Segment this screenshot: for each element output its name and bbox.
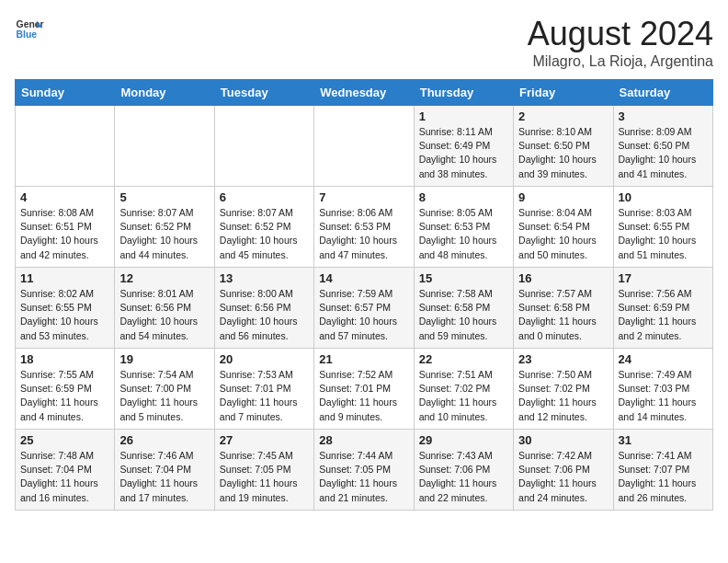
svg-text:Blue: Blue xyxy=(17,29,38,40)
day-number: 10 xyxy=(619,190,708,204)
calendar-cell: 21Sunrise: 7:52 AMSunset: 7:01 PMDayligh… xyxy=(314,349,414,430)
day-number: 4 xyxy=(20,190,109,204)
weekday-header-saturday: Saturday xyxy=(613,80,712,106)
day-info: Sunrise: 7:57 AMSunset: 6:58 PMDaylight:… xyxy=(518,287,608,343)
day-info: Sunrise: 7:59 AMSunset: 6:57 PMDaylight:… xyxy=(319,287,408,343)
day-info: Sunrise: 8:06 AMSunset: 6:53 PMDaylight:… xyxy=(319,206,408,262)
day-info: Sunrise: 8:08 AMSunset: 6:51 PMDaylight:… xyxy=(20,206,109,262)
page-header: General Blue August 2024 Milagro, La Rio… xyxy=(15,15,713,70)
day-number: 26 xyxy=(119,433,209,447)
day-info: Sunrise: 7:44 AMSunset: 7:05 PMDaylight:… xyxy=(319,449,408,505)
day-info: Sunrise: 7:58 AMSunset: 6:58 PMDaylight:… xyxy=(419,287,508,343)
calendar-cell: 4Sunrise: 8:08 AMSunset: 6:51 PMDaylight… xyxy=(16,187,115,268)
day-info: Sunrise: 8:00 AMSunset: 6:56 PMDaylight:… xyxy=(220,287,309,343)
day-info: Sunrise: 8:07 AMSunset: 6:52 PMDaylight:… xyxy=(119,206,209,262)
day-info: Sunrise: 7:49 AMSunset: 7:03 PMDaylight:… xyxy=(619,368,708,424)
day-info: Sunrise: 8:10 AMSunset: 6:50 PMDaylight:… xyxy=(518,125,608,181)
day-number: 15 xyxy=(419,271,508,285)
calendar-cell: 24Sunrise: 7:49 AMSunset: 7:03 PMDayligh… xyxy=(613,349,712,430)
day-info: Sunrise: 7:45 AMSunset: 7:05 PMDaylight:… xyxy=(220,449,309,505)
day-info: Sunrise: 7:50 AMSunset: 7:02 PMDaylight:… xyxy=(518,368,608,424)
day-info: Sunrise: 8:01 AMSunset: 6:56 PMDaylight:… xyxy=(119,287,209,343)
day-number: 6 xyxy=(220,190,309,204)
calendar-cell: 19Sunrise: 7:54 AMSunset: 7:00 PMDayligh… xyxy=(115,349,214,430)
weekday-header-thursday: Thursday xyxy=(414,80,513,106)
calendar-table: SundayMondayTuesdayWednesdayThursdayFrid… xyxy=(15,79,713,511)
calendar-cell: 26Sunrise: 7:46 AMSunset: 7:04 PMDayligh… xyxy=(115,430,214,511)
day-info: Sunrise: 7:43 AMSunset: 7:06 PMDaylight:… xyxy=(419,449,508,505)
calendar-cell: 14Sunrise: 7:59 AMSunset: 6:57 PMDayligh… xyxy=(314,268,414,349)
day-number: 8 xyxy=(419,190,508,204)
day-number: 21 xyxy=(319,352,408,366)
day-number: 3 xyxy=(619,109,708,123)
day-number: 28 xyxy=(319,433,408,447)
day-number: 11 xyxy=(20,271,109,285)
day-number: 19 xyxy=(119,352,209,366)
calendar-cell: 16Sunrise: 7:57 AMSunset: 6:58 PMDayligh… xyxy=(514,268,613,349)
calendar-cell: 17Sunrise: 7:56 AMSunset: 6:59 PMDayligh… xyxy=(613,268,712,349)
calendar-cell xyxy=(314,106,414,187)
weekday-header-sunday: Sunday xyxy=(16,80,115,106)
calendar-subtitle: Milagro, La Rioja, Argentina xyxy=(528,53,713,70)
calendar-title: August 2024 xyxy=(528,15,713,53)
day-info: Sunrise: 8:04 AMSunset: 6:54 PMDaylight:… xyxy=(518,206,608,262)
day-number: 29 xyxy=(419,433,508,447)
calendar-cell: 10Sunrise: 8:03 AMSunset: 6:55 PMDayligh… xyxy=(613,187,712,268)
day-number: 27 xyxy=(220,433,309,447)
day-number: 18 xyxy=(20,352,109,366)
day-info: Sunrise: 7:51 AMSunset: 7:02 PMDaylight:… xyxy=(419,368,508,424)
calendar-cell: 25Sunrise: 7:48 AMSunset: 7:04 PMDayligh… xyxy=(16,430,115,511)
calendar-cell: 1Sunrise: 8:11 AMSunset: 6:49 PMDaylight… xyxy=(414,106,513,187)
day-number: 23 xyxy=(518,352,608,366)
calendar-cell xyxy=(115,106,214,187)
calendar-cell: 29Sunrise: 7:43 AMSunset: 7:06 PMDayligh… xyxy=(414,430,513,511)
weekday-header-row: SundayMondayTuesdayWednesdayThursdayFrid… xyxy=(16,80,713,106)
day-info: Sunrise: 7:52 AMSunset: 7:01 PMDaylight:… xyxy=(319,368,408,424)
day-info: Sunrise: 8:09 AMSunset: 6:50 PMDaylight:… xyxy=(619,125,708,181)
calendar-cell xyxy=(214,106,313,187)
day-number: 17 xyxy=(619,271,708,285)
calendar-week-row: 11Sunrise: 8:02 AMSunset: 6:55 PMDayligh… xyxy=(16,268,713,349)
day-info: Sunrise: 7:46 AMSunset: 7:04 PMDaylight:… xyxy=(119,449,209,505)
calendar-cell: 23Sunrise: 7:50 AMSunset: 7:02 PMDayligh… xyxy=(514,349,613,430)
calendar-cell: 22Sunrise: 7:51 AMSunset: 7:02 PMDayligh… xyxy=(414,349,513,430)
weekday-header-monday: Monday xyxy=(115,80,214,106)
calendar-cell: 3Sunrise: 8:09 AMSunset: 6:50 PMDaylight… xyxy=(613,106,712,187)
day-number: 5 xyxy=(119,190,209,204)
day-info: Sunrise: 8:07 AMSunset: 6:52 PMDaylight:… xyxy=(220,206,309,262)
day-info: Sunrise: 7:54 AMSunset: 7:00 PMDaylight:… xyxy=(119,368,209,424)
calendar-cell: 20Sunrise: 7:53 AMSunset: 7:01 PMDayligh… xyxy=(214,349,313,430)
day-info: Sunrise: 8:11 AMSunset: 6:49 PMDaylight:… xyxy=(419,125,508,181)
day-number: 24 xyxy=(619,352,708,366)
day-info: Sunrise: 7:55 AMSunset: 6:59 PMDaylight:… xyxy=(20,368,109,424)
logo-icon: General Blue xyxy=(15,15,44,44)
calendar-cell: 5Sunrise: 8:07 AMSunset: 6:52 PMDaylight… xyxy=(115,187,214,268)
day-number: 13 xyxy=(220,271,309,285)
calendar-cell: 9Sunrise: 8:04 AMSunset: 6:54 PMDaylight… xyxy=(514,187,613,268)
calendar-cell: 15Sunrise: 7:58 AMSunset: 6:58 PMDayligh… xyxy=(414,268,513,349)
day-info: Sunrise: 8:05 AMSunset: 6:53 PMDaylight:… xyxy=(419,206,508,262)
day-number: 25 xyxy=(20,433,109,447)
day-number: 22 xyxy=(419,352,508,366)
day-info: Sunrise: 7:42 AMSunset: 7:06 PMDaylight:… xyxy=(518,449,608,505)
calendar-cell: 11Sunrise: 8:02 AMSunset: 6:55 PMDayligh… xyxy=(16,268,115,349)
calendar-cell: 27Sunrise: 7:45 AMSunset: 7:05 PMDayligh… xyxy=(214,430,313,511)
logo: General Blue xyxy=(15,15,44,44)
day-number: 12 xyxy=(119,271,209,285)
day-info: Sunrise: 7:48 AMSunset: 7:04 PMDaylight:… xyxy=(20,449,109,505)
day-info: Sunrise: 8:02 AMSunset: 6:55 PMDaylight:… xyxy=(20,287,109,343)
day-number: 30 xyxy=(518,433,608,447)
calendar-cell xyxy=(16,106,115,187)
calendar-cell: 18Sunrise: 7:55 AMSunset: 6:59 PMDayligh… xyxy=(16,349,115,430)
title-block: August 2024 Milagro, La Rioja, Argentina xyxy=(528,15,713,70)
calendar-cell: 12Sunrise: 8:01 AMSunset: 6:56 PMDayligh… xyxy=(115,268,214,349)
calendar-week-row: 25Sunrise: 7:48 AMSunset: 7:04 PMDayligh… xyxy=(16,430,713,511)
day-number: 31 xyxy=(619,433,708,447)
day-number: 9 xyxy=(518,190,608,204)
day-number: 16 xyxy=(518,271,608,285)
day-number: 7 xyxy=(319,190,408,204)
calendar-cell: 8Sunrise: 8:05 AMSunset: 6:53 PMDaylight… xyxy=(414,187,513,268)
day-number: 1 xyxy=(419,109,508,123)
calendar-cell: 7Sunrise: 8:06 AMSunset: 6:53 PMDaylight… xyxy=(314,187,414,268)
calendar-cell: 28Sunrise: 7:44 AMSunset: 7:05 PMDayligh… xyxy=(314,430,414,511)
